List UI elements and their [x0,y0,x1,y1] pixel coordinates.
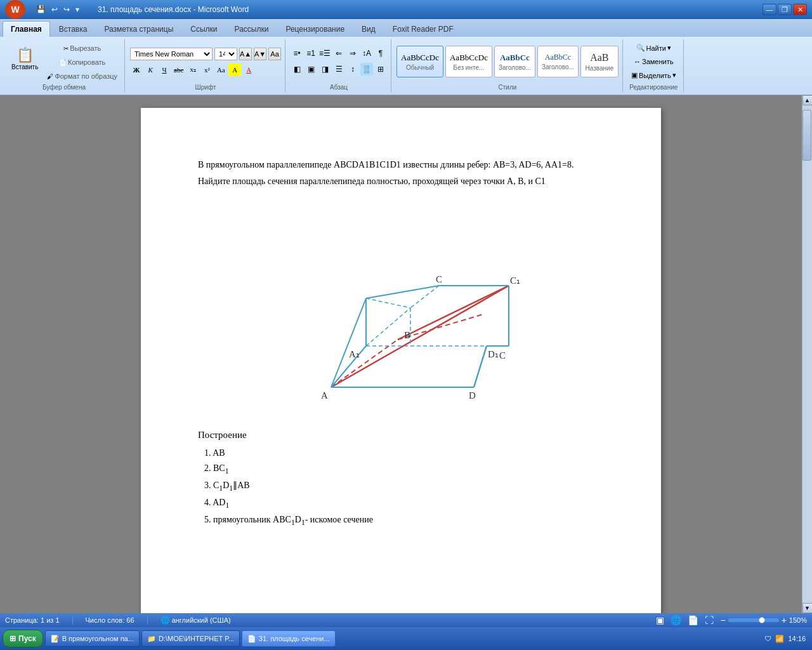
svg-line-8 [331,298,366,387]
style-normal-label: Обычный [406,64,434,71]
close-btn[interactable]: ✕ [793,4,807,15]
editing-group: 🔍 Найти ▾ ↔ Заменить ▣ Выделить ▾ Редакт… [624,39,684,92]
italic-btn[interactable]: К [144,63,157,76]
tab-home[interactable]: Главная [3,21,50,37]
zoom-slider[interactable] [728,618,779,622]
align-row: ◧ ▣ ◨ ☰ ↕ ░ ⊞ [291,63,387,76]
taskbar-label-0: В прямоугольном па... [62,635,134,642]
style-title-label: Название [586,65,614,72]
show-marks-btn[interactable]: ¶ [374,47,387,60]
view-normal-btn[interactable]: ▣ [656,615,664,625]
find-btn[interactable]: 🔍 Найти ▾ [628,42,679,54]
undo-quick-btn[interactable]: ↩ [49,4,60,15]
status-right: ▣ 🌐 📄 ⛶ − + 150% [656,615,807,625]
shading-btn[interactable]: ░ [360,63,373,76]
view-web-btn[interactable]: 🌐 [671,615,681,625]
scroll-thumb[interactable] [802,110,811,161]
select-btn[interactable]: ▣ Выделить ▾ [628,69,679,81]
word-count-status: Число слов: 66 [86,616,134,624]
customize-quick-btn[interactable]: ▾ [74,4,81,15]
bold-btn[interactable]: Ж [130,63,143,76]
office-button[interactable]: W [5,0,25,19]
style-heading2-label: Заголово... [542,63,574,70]
strikethrough-btn[interactable]: abc [172,63,185,76]
case-btn[interactable]: Aa [214,63,227,76]
zoom-out-btn[interactable]: − [720,615,725,625]
subscript-btn[interactable]: x₂ [187,63,199,76]
style-heading1-preview: AaBbCc [500,53,530,63]
styles-group: AaBbCcDc Обычный AaBbCcDc Без инте... Aa… [393,39,623,92]
style-normal[interactable]: AaBbCcDc Обычный [396,46,443,77]
underline-btn[interactable]: Ч [158,63,171,76]
font-size-select[interactable]: 14 [214,48,237,60]
paste-button[interactable]: 📋 Вставить [8,41,42,77]
tab-mailings[interactable]: Рассылки [226,21,277,37]
redo-quick-btn[interactable]: ↪ [62,4,72,15]
start-button[interactable]: ⊞ Пуск [3,630,43,647]
superscript-btn[interactable]: x² [200,63,213,76]
svg-line-2 [398,286,509,340]
taskbar-item-1[interactable]: 📁 D:\MOE\ИНТЕРНЕТ Р... [141,630,240,647]
minimize-btn[interactable]: — [763,4,776,15]
decrease-indent-btn[interactable]: ⇐ [332,47,345,60]
taskbar-item-0[interactable]: 📝 В прямоугольном па... [45,630,140,647]
increase-indent-btn[interactable]: ⇒ [346,47,359,60]
style-title[interactable]: AaB Название [580,46,619,77]
view-print-btn[interactable]: 📄 [688,615,698,625]
justify-btn[interactable]: ☰ [332,63,345,76]
tab-references[interactable]: Ссылки [182,21,225,37]
tab-view[interactable]: Вид [353,21,384,37]
style-heading1[interactable]: AaBbCc Заголово... [494,46,535,77]
number-list-btn[interactable]: ≡1 [304,47,317,60]
styles-list: AaBbCcDc Обычный AaBbCcDc Без инте... Aa… [396,41,619,83]
restore-btn[interactable]: ❐ [778,4,792,15]
scroll-down-btn[interactable]: ▼ [802,603,813,613]
label-C1: C₁ [510,275,520,286]
multilevel-list-btn[interactable]: ≡☰ [318,47,331,60]
align-center-btn[interactable]: ▣ [304,63,317,76]
tab-insert[interactable]: Вставка [51,21,96,37]
line-spacing-btn[interactable]: ↕ [346,63,359,76]
highlight-btn[interactable]: A [228,63,241,76]
sort-btn[interactable]: ↕A [360,47,373,60]
tab-review[interactable]: Рецензирование [277,21,353,37]
font-format-row: Ж К Ч abc x₂ x² Aa A A [130,63,281,76]
font-name-select[interactable]: Times New Roman [130,48,213,60]
paragraph-label: Абзац [330,83,348,91]
format-painter-button[interactable]: 🖌 Формат по образцу [44,70,121,83]
find-icon: 🔍 [636,44,645,52]
replace-btn[interactable]: ↔ Заменить [628,56,679,67]
cut-button[interactable]: ✂ Вырезать [44,42,121,55]
decrease-font-btn[interactable]: A▼ [254,48,266,60]
document-scroll[interactable]: В прямоугольном параллелепипеде ABCDA1B1… [0,95,802,613]
step-4: 4. AD1 [204,496,604,511]
save-quick-btn[interactable]: 💾 [34,4,48,15]
label-D1: D₁ [488,349,499,359]
select-icon: ▣ [631,71,638,79]
title-bar: W 💾 ↩ ↪ ▾ 31. площадь сечения.docx - Mic… [0,0,812,19]
tab-foxit[interactable]: Foxit Reader PDF [384,21,462,37]
color-btn[interactable]: A [242,63,255,76]
bullet-list-btn[interactable]: ≡• [291,47,303,60]
view-fullscreen-btn[interactable]: ⛶ [705,615,714,625]
tab-page-layout[interactable]: Разметка страницы [96,21,181,37]
title-text: 31. площадь сечения.docx - Microsoft Wor… [98,5,249,14]
style-heading2[interactable]: AaBbCc Заголово... [537,46,579,77]
align-right-btn[interactable]: ◨ [318,63,331,76]
taskbar-item-2[interactable]: 📄 31. площадь сечени... [242,630,336,647]
border-btn[interactable]: ⊞ [374,63,387,76]
parallelepiped-figure: C C₁ A₁ D₁ B A D C [274,200,528,416]
scroll-up-btn[interactable]: ▲ [802,95,813,105]
select-label: Выделить [639,72,671,79]
zoom-in-btn[interactable]: + [782,615,787,625]
increase-font-btn[interactable]: A▲ [239,48,252,60]
zoom-bar: − + 150% [720,615,807,625]
font-name-row: Times New Roman 14 A▲ A▼ Aa [130,48,281,60]
quick-access-toolbar: 💾 ↩ ↪ ▾ [34,4,81,15]
problem-text-line2: Найдите площадь сечения параллелепипеда … [198,175,604,188]
copy-button[interactable]: 📄 Копировать [44,56,121,69]
clear-format-btn[interactable]: Aa [268,48,281,60]
align-left-btn[interactable]: ◧ [291,63,303,76]
taskbar-right: 🛡 📶 14:16 [764,635,809,643]
style-no-spacing[interactable]: AaBbCcDc Без инте... [445,46,492,77]
